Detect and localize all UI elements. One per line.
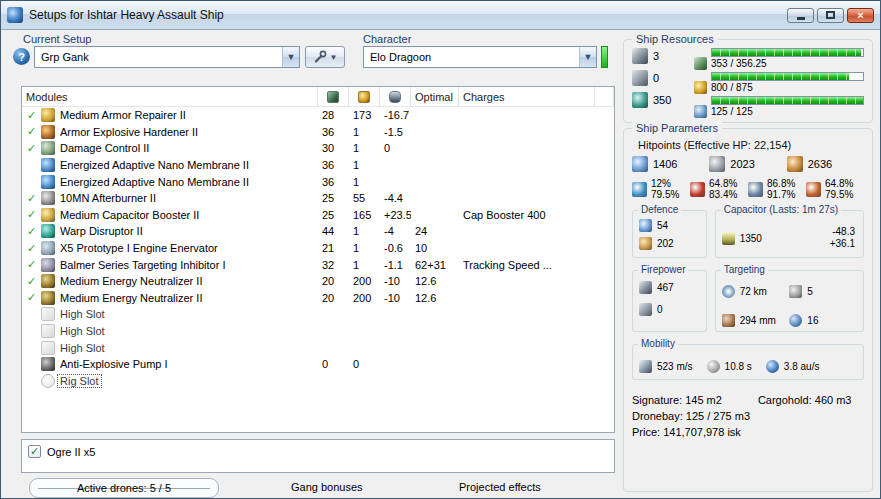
module-row[interactable]: ✓Balmer Series Targeting Inhibitor I321-… [22, 256, 614, 273]
defence-title: Defence [638, 204, 681, 215]
minimize-button[interactable] [787, 8, 814, 23]
help-button[interactable]: ? [13, 48, 30, 65]
afterburner-icon [41, 191, 55, 205]
maximize-icon [826, 11, 835, 19]
module-powergrid: 1 [349, 159, 380, 171]
module-name: X5 Prototype I Engine Enervator [58, 242, 220, 254]
powergrid-icon [358, 91, 370, 103]
setup-tools-button[interactable]: ▼ [305, 46, 345, 68]
active-check-icon: ✓ [25, 258, 38, 271]
module-optimal: 24 [411, 225, 459, 237]
setup-dropdown[interactable]: Grp Gank ▼ [34, 46, 300, 68]
scan-resolution: 294 mm [740, 315, 776, 326]
modules-column-header[interactable]: Modules [22, 87, 318, 106]
mobility-title: Mobility [638, 338, 678, 349]
cpu-icon [694, 57, 707, 70]
module-name: Medium Energy Neutralizer II [58, 275, 204, 287]
active-drones-box: Active drones: 5 / 5 [29, 478, 219, 498]
module-cpu: 30 [318, 142, 349, 154]
module-name: High Slot [58, 325, 107, 337]
firepower-dps: 467 [657, 282, 674, 293]
module-name: Balmer Series Targeting Inhibitor I [58, 259, 228, 271]
explosive-armor-resist: 79.5% [825, 189, 853, 200]
structure-hp-icon [787, 156, 803, 172]
module-row[interactable]: ✓Medium Energy Neutralizer II20200-1012.… [22, 273, 614, 290]
module-row[interactable]: High Slot [22, 339, 614, 356]
capacitor-drain: -48.3 [830, 226, 855, 238]
module-row[interactable]: ✓Armor Explosive Hardener II361-1.5 [22, 124, 614, 141]
optimal-column-header[interactable]: Optimal [411, 87, 459, 106]
module-powergrid: 1 [349, 176, 380, 188]
chevron-down-icon: ▼ [330, 53, 338, 62]
title-bar[interactable]: Setups for Ishtar Heavy Assault Ship × [1, 1, 880, 30]
module-name: High Slot [58, 342, 107, 354]
module-row[interactable]: ✓Warp Disruptor II441-424 [22, 223, 614, 240]
projected-effects-label: Projected effects [459, 481, 541, 493]
module-cap: -4 [380, 225, 411, 237]
cpu-resource: 353 / 356.25 [694, 48, 864, 70]
hitpoints-row: 1406 2023 2636 [632, 156, 864, 172]
defence-value-1: 54 [657, 220, 668, 231]
window-content: Current Setup Character ? Grp Gank ▼ ▼ E… [1, 31, 880, 498]
character-dropdown[interactable]: Elo Dragoon ▼ [363, 46, 597, 68]
empty-high-slot-icon [41, 341, 55, 355]
module-cpu: 36 [318, 126, 349, 138]
module-name: Medium Armor Repairer II [58, 109, 188, 121]
drone-row[interactable]: ✓ Ogre II x5 [22, 440, 614, 458]
module-row[interactable]: ✓Medium Capacitor Booster II25165+23.5Ca… [22, 207, 614, 224]
window: Setups for Ishtar Heavy Assault Ship × C… [0, 0, 881, 499]
sensor-strength-icon [789, 314, 802, 327]
module-row[interactable]: Energized Adaptive Nano Membrane II361 [22, 157, 614, 174]
cpu-column-header[interactable] [318, 87, 349, 106]
close-button[interactable]: × [847, 8, 874, 23]
targeting-box: Targeting 72 km 5 294 mm 16 [715, 270, 864, 332]
capacitor-column-header[interactable] [380, 87, 411, 106]
charges-column-header[interactable]: Charges [459, 87, 595, 106]
dronebay-value: Dronebay: 125 / 275 m3 [632, 410, 750, 422]
drone-checkbox[interactable]: ✓ [28, 445, 41, 458]
capacitor-icon [389, 91, 401, 103]
active-check-icon: ✓ [25, 192, 38, 205]
module-row[interactable]: Energized Adaptive Nano Membrane II361 [22, 173, 614, 190]
price-value: Price: 141,707,978 isk [632, 426, 741, 438]
module-row[interactable]: ✓Medium Armor Repairer II28173-16.7 [22, 107, 614, 124]
em-armor-resist: 79.5% [651, 189, 679, 200]
module-row[interactable]: Rig Slot [22, 373, 614, 390]
module-row[interactable]: High Slot [22, 306, 614, 323]
firepower-title: Firepower [638, 264, 688, 275]
active-check-icon: ✓ [25, 208, 38, 221]
module-cap: -1.1 [380, 259, 411, 271]
thermal-resist-icon [690, 182, 705, 197]
module-name: Rig Slot [58, 375, 101, 387]
modules-table[interactable]: Modules Optimal Charges ✓Medium Armor Re… [21, 86, 615, 433]
module-row[interactable]: ✓10MN Afterburner II2555-4.4 [22, 190, 614, 207]
max-velocity-icon [639, 360, 652, 373]
module-powergrid: 1 [349, 242, 380, 254]
cpu-bar [711, 48, 864, 57]
character-label: Character [363, 33, 411, 45]
module-row[interactable]: ✓Medium Energy Neutralizer II20200-1012.… [22, 290, 614, 307]
header-filler [595, 87, 614, 106]
energy-neutralizer-icon [41, 274, 55, 288]
em-shield-resist: 12% [651, 178, 679, 189]
chevron-down-icon[interactable]: ▼ [579, 47, 596, 67]
module-row[interactable]: ✓Damage Control II3010 [22, 140, 614, 157]
launcher-slots: 0 [632, 70, 694, 86]
minimize-icon [797, 17, 805, 20]
module-row[interactable]: Anti-Explosive Pump I00 [22, 356, 614, 373]
drones-panel[interactable]: ✓ Ogre II x5 [21, 439, 615, 473]
module-row[interactable]: ✓X5 Prototype I Engine Enervator211-0.61… [22, 240, 614, 257]
module-row[interactable]: High Slot [22, 323, 614, 340]
signature-value: Signature: 145 m2 [632, 392, 722, 408]
mobility-box: Mobility 523 m/s 10.8 s 3.8 au/s [632, 344, 864, 380]
launcher-count: 0 [653, 72, 659, 84]
maximize-button[interactable] [817, 8, 844, 23]
module-cpu: 25 [318, 192, 349, 204]
active-check-icon: ✓ [25, 109, 38, 122]
armor-hp: 2023 [730, 158, 754, 170]
chevron-down-icon[interactable]: ▼ [282, 47, 299, 67]
warp-disruptor-icon [41, 224, 55, 238]
powergrid-column-header[interactable] [349, 87, 380, 106]
structure-hp: 2636 [808, 158, 832, 170]
current-setup-label: Current Setup [23, 33, 91, 45]
